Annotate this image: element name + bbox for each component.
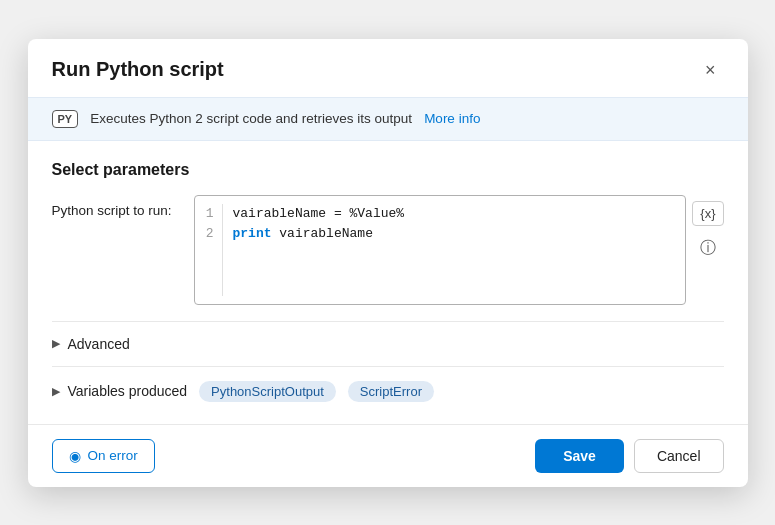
advanced-chevron-icon: ▶ (52, 337, 60, 350)
code-content: vairableName = %Value% print vairableNam… (223, 204, 686, 296)
param-row: Python script to run: 1 2 vairableName =… (52, 195, 724, 305)
py-badge: PY (52, 110, 79, 128)
editor-info-button[interactable]: ⓘ (692, 234, 723, 263)
dialog-body: Select parameters Python script to run: … (28, 141, 748, 416)
param-label: Python script to run: (52, 195, 182, 218)
line-num-2: 2 (206, 224, 214, 245)
code-line-2: print vairableName (233, 224, 676, 245)
variable-badge-error[interactable]: ScriptError (348, 381, 434, 402)
advanced-label: Advanced (68, 336, 130, 352)
on-error-label: On error (88, 448, 138, 463)
on-error-button[interactable]: ◉ On error (52, 439, 155, 473)
variables-chevron-icon: ▶ (52, 385, 60, 398)
insert-variable-button[interactable]: {x} (692, 201, 723, 226)
variables-header[interactable]: ▶ Variables produced (52, 383, 188, 399)
advanced-section: ▶ Advanced (52, 321, 724, 366)
info-banner: PY Executes Python 2 script code and ret… (28, 97, 748, 141)
variables-label: Variables produced (68, 383, 188, 399)
info-description: Executes Python 2 script code and retrie… (90, 111, 412, 126)
section-title: Select parameters (52, 161, 724, 179)
save-button[interactable]: Save (535, 439, 624, 473)
cancel-button[interactable]: Cancel (634, 439, 724, 473)
close-button[interactable]: × (697, 57, 724, 83)
variable-badge-output[interactable]: PythonScriptOutput (199, 381, 336, 402)
print-keyword: print (233, 226, 272, 241)
line-num-1: 1 (206, 204, 214, 225)
footer-right: Save Cancel (535, 439, 723, 473)
more-info-link[interactable]: More info (424, 111, 480, 126)
dialog: Run Python script × PY Executes Python 2… (28, 39, 748, 487)
advanced-header[interactable]: ▶ Advanced (52, 334, 724, 354)
code-editor-wrap: 1 2 vairableName = %Value% print vairabl… (194, 195, 724, 305)
code-line-1: vairableName = %Value% (233, 204, 676, 225)
variables-section: ▶ Variables produced PythonScriptOutput … (52, 366, 724, 416)
shield-icon: ◉ (69, 448, 81, 464)
dialog-header: Run Python script × (28, 39, 748, 97)
code-editor[interactable]: 1 2 vairableName = %Value% print vairabl… (194, 195, 687, 305)
dialog-footer: ◉ On error Save Cancel (28, 424, 748, 487)
line-numbers: 1 2 (195, 204, 223, 296)
dialog-title: Run Python script (52, 58, 224, 81)
editor-actions: {x} ⓘ (692, 195, 723, 263)
